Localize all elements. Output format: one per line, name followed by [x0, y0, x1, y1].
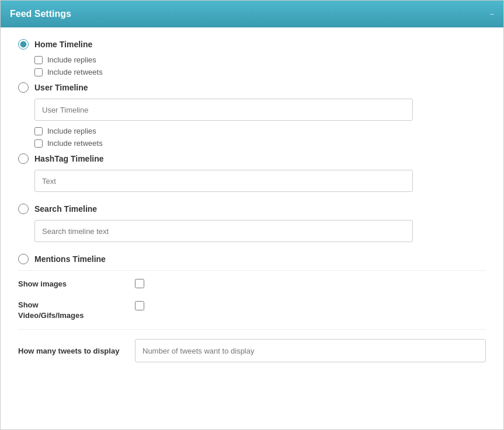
close-icon[interactable]: – — [490, 10, 494, 18]
search-timeline-radio[interactable] — [18, 204, 29, 214]
show-video-label: ShowVideo/Gifs/Images — [18, 300, 135, 321]
user-timeline-radio[interactable] — [18, 82, 29, 93]
user-include-replies-label: Include replies — [47, 127, 96, 135]
hashtag-timeline-radio-row: HashTag Timeline — [18, 153, 486, 164]
home-include-retweets-row: Include retweets — [34, 68, 486, 76]
app-window: Feed Settings – Home Timeline Include re… — [0, 0, 504, 430]
hashtag-timeline-input[interactable] — [34, 170, 413, 192]
user-timeline-section: User Timeline Include replies Include re… — [18, 82, 486, 148]
show-images-label: Show images — [18, 279, 135, 288]
hashtag-timeline-label: HashTag Timeline — [34, 154, 104, 163]
home-timeline-radio-row: Home Timeline — [18, 39, 486, 50]
title-bar-title: Feed Settings — [10, 9, 71, 19]
how-many-label: How many tweets to display — [18, 347, 135, 355]
mentions-timeline-label: Mentions Timeline — [34, 254, 106, 264]
how-many-row: How many tweets to display — [18, 330, 486, 368]
mentions-timeline-section: Mentions Timeline — [18, 254, 486, 264]
show-video-checkbox[interactable] — [135, 301, 144, 310]
how-many-input[interactable] — [135, 339, 486, 362]
home-timeline-section: Home Timeline Include replies Include re… — [18, 39, 486, 76]
user-include-retweets-row: Include retweets — [34, 139, 486, 148]
hashtag-timeline-radio[interactable] — [18, 153, 29, 164]
home-include-replies-label: Include replies — [47, 55, 96, 64]
home-include-replies-row: Include replies — [34, 55, 486, 64]
search-timeline-radio-row: Search Timeline — [18, 204, 486, 214]
user-timeline-input[interactable] — [34, 99, 413, 121]
show-images-checkbox[interactable] — [135, 279, 144, 288]
home-include-retweets-label: Include retweets — [47, 68, 103, 76]
user-include-retweets-checkbox[interactable] — [34, 139, 43, 148]
home-include-replies-checkbox[interactable] — [34, 56, 43, 64]
show-video-row: ShowVideo/Gifs/Images — [18, 294, 486, 330]
mentions-timeline-radio[interactable] — [18, 254, 29, 264]
user-timeline-label: User Timeline — [34, 83, 88, 92]
search-timeline-section: Search Timeline — [18, 204, 486, 248]
home-timeline-radio[interactable] — [18, 39, 29, 50]
title-bar: Feed Settings – — [1, 1, 503, 27]
home-timeline-label: Home Timeline — [34, 40, 92, 49]
search-timeline-input[interactable] — [34, 220, 413, 242]
user-include-replies-checkbox[interactable] — [34, 127, 43, 135]
user-include-replies-row: Include replies — [34, 127, 486, 135]
search-timeline-label: Search Timeline — [34, 204, 97, 214]
home-include-retweets-checkbox[interactable] — [34, 68, 43, 76]
content-area: Home Timeline Include replies Include re… — [1, 27, 503, 386]
show-images-row: Show images — [18, 270, 486, 294]
user-include-retweets-label: Include retweets — [47, 139, 103, 148]
mentions-timeline-radio-row: Mentions Timeline — [18, 254, 486, 264]
hashtag-timeline-section: HashTag Timeline — [18, 153, 486, 198]
user-timeline-radio-row: User Timeline — [18, 82, 486, 93]
